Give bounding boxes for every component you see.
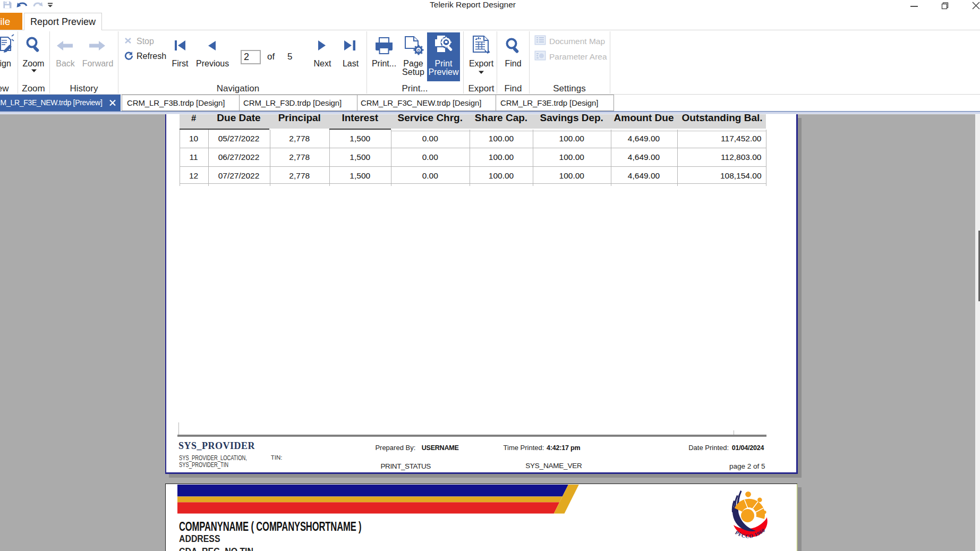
svg-text:0: 0 [417, 48, 420, 53]
